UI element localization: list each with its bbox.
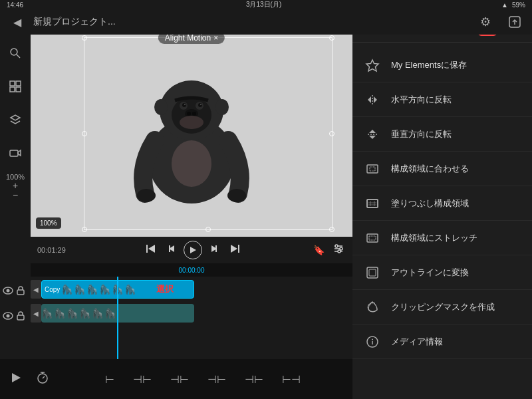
svg-rect-51 — [367, 165, 378, 173]
timeline-track-controls — [0, 277, 31, 359]
menu-item-fill-canvas[interactable]: 塗りつぶし構成領域 — [352, 186, 532, 221]
svg-rect-37 — [17, 290, 24, 295]
bottom-play-button[interactable] — [7, 368, 25, 390]
svg-rect-52 — [370, 167, 375, 171]
status-bar: 14:46 3月13日(月) ▲ 59% — [0, 0, 532, 9]
svg-point-33 — [335, 245, 338, 247]
lock-icon-track1[interactable] — [16, 286, 25, 295]
zoom-display[interactable]: 100% + − — [5, 176, 26, 197]
menu-label-stretch-canvas: 構成領域にストレッチ — [391, 232, 477, 244]
fill-canvas-icon — [363, 196, 382, 211]
skip-forward-button[interactable] — [207, 241, 222, 259]
menu-label-media-info: メディア情報 — [391, 336, 443, 348]
menu-item-flip-v[interactable]: 垂直方向に反転 — [352, 117, 532, 152]
svg-rect-57 — [369, 269, 376, 276]
lock-icon-track2[interactable] — [16, 311, 25, 321]
svg-point-16 — [198, 103, 202, 107]
handle-top-left[interactable] — [82, 35, 87, 41]
handle-bottom-left[interactable] — [82, 227, 87, 232]
menu-list: My Elementsに保存 水平方向に反転 垂直方 — [352, 43, 532, 399]
menu-item-stretch-canvas[interactable]: 構成領域にストレッチ — [352, 221, 532, 255]
export-button[interactable] — [504, 11, 525, 33]
skip-to-end-button[interactable] — [227, 241, 242, 259]
watermark-close[interactable]: × — [213, 33, 218, 43]
skip-back-button[interactable] — [164, 241, 178, 259]
menu-item-fit-canvas[interactable]: 構成領域に合わせる — [352, 152, 532, 186]
timeline-cursor: 00:00:00 — [31, 263, 352, 277]
timeline-nav-btn-4[interactable]: ⊣⊢ — [205, 370, 229, 388]
menu-item-to-outline[interactable]: アウトラインに変換 — [352, 255, 532, 290]
svg-point-21 — [192, 112, 196, 116]
svg-rect-4 — [10, 81, 15, 86]
status-time: 14:46 — [7, 1, 23, 9]
bookmark-button[interactable]: 🔖 — [312, 243, 326, 257]
more-options-button[interactable] — [331, 241, 346, 259]
track1-collapse-button[interactable]: ◀ — [31, 280, 41, 299]
preview-area: Alight Motion × 100% — [31, 24, 352, 237]
media-info-icon — [363, 334, 382, 349]
eye-icon-track1[interactable] — [3, 285, 13, 296]
gorilla-icon-3: 🦍 — [86, 284, 98, 295]
svg-point-23 — [137, 189, 156, 202]
menu-label-flip-v: 垂直方向に反転 — [391, 128, 452, 140]
gorilla-icon-t2-1: 🦍 — [41, 308, 53, 319]
cursor-time-display: 00:00:00 — [179, 267, 205, 274]
stretch-canvas-icon — [363, 231, 382, 245]
bottom-timer-button[interactable] — [33, 368, 52, 390]
track2-collapse-button[interactable]: ◀ — [31, 304, 41, 323]
gorilla-icon-6: 🦍 — [124, 284, 136, 295]
back-button[interactable]: ◀ — [7, 11, 28, 33]
timeline-nav-btn-2[interactable]: ⊣⊢ — [130, 370, 154, 388]
menu-label-fit-canvas: 構成領域に合わせる — [391, 163, 469, 175]
wifi-icon: ▲ — [501, 1, 508, 9]
track-row-1: ◀ Copy 🦍 🦍 🦍 🦍 🦍 🦍 選択 — [31, 277, 352, 299]
handle-mid-left[interactable] — [82, 131, 87, 136]
grid-tool-button[interactable] — [5, 76, 26, 97]
svg-point-26 — [215, 99, 229, 115]
zoom-badge: 100% — [36, 217, 61, 229]
gorilla-icon-4: 🦍 — [99, 284, 110, 295]
track1-controls — [0, 279, 31, 302]
svg-rect-56 — [367, 267, 378, 278]
timeline-nav-btn-6[interactable]: ⊢⊣ — [279, 370, 303, 388]
handle-bottom-right[interactable] — [329, 227, 334, 232]
svg-rect-5 — [16, 81, 21, 86]
menu-label-flip-h: 水平方向に反転 — [391, 94, 452, 106]
handle-bottom-center[interactable] — [205, 227, 211, 232]
skip-to-start-button[interactable] — [144, 241, 158, 259]
timeline-nav-btn-3[interactable]: ⊣⊢ — [168, 370, 192, 388]
menu-label-my-elements: My Elementsに保存 — [391, 59, 467, 71]
search-tool-button[interactable] — [5, 43, 26, 64]
camera-tool-button[interactable] — [5, 142, 26, 164]
gorilla-icon-2: 🦍 — [74, 284, 85, 295]
settings-button[interactable]: ⚙ — [475, 11, 496, 33]
svg-rect-7 — [16, 87, 21, 92]
menu-item-media-info[interactable]: メディア情報 — [352, 325, 532, 359]
menu-item-flip-h[interactable]: 水平方向に反転 — [352, 82, 532, 117]
layers-tool-button[interactable] — [5, 109, 26, 130]
track1-copy-label: Copy — [42, 286, 60, 293]
timeline-nav-btn-1[interactable]: ⊢ — [102, 370, 117, 388]
handle-mid-right[interactable] — [329, 131, 334, 136]
time-display: 00:01:29 — [37, 246, 74, 254]
menu-item-clip-mask[interactable]: クリッピングマスクを作成 — [352, 290, 532, 325]
clip-mask-icon — [363, 300, 382, 315]
svg-point-22 — [180, 116, 203, 129]
svg-rect-54 — [367, 200, 378, 207]
svg-point-60 — [372, 338, 373, 340]
svg-rect-6 — [10, 87, 15, 92]
svg-point-10 — [172, 140, 211, 187]
timeline-tracks: ◀ Copy 🦍 🦍 🦍 🦍 🦍 🦍 選択 ◀ — [31, 277, 352, 359]
svg-line-3 — [17, 55, 20, 58]
right-panel: Copy ... ✕ M — [352, 9, 532, 399]
handle-top-right[interactable] — [329, 35, 334, 41]
menu-label-clip-mask: クリッピングマスクを作成 — [391, 301, 495, 313]
gorilla-image — [125, 54, 258, 207]
svg-point-15 — [182, 103, 186, 107]
menu-item-my-elements[interactable]: My Elementsに保存 — [352, 48, 532, 82]
svg-point-34 — [338, 250, 340, 253]
gorilla-icon-t2-5: 🦍 — [92, 308, 103, 319]
play-button[interactable] — [184, 241, 202, 259]
timeline-nav-btn-5[interactable]: ⊣⊢ — [242, 370, 266, 388]
eye-icon-track2[interactable] — [3, 311, 13, 321]
